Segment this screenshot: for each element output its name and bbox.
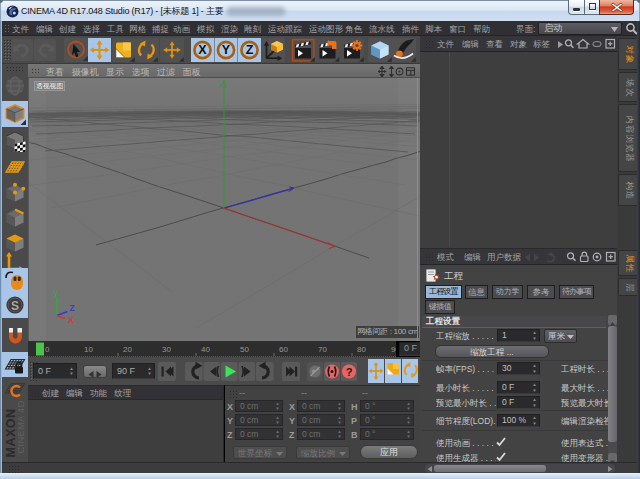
svg-text:20: 20 [123, 345, 132, 354]
svg-text:70: 70 [318, 345, 327, 354]
svg-text:90: 90 [391, 345, 396, 354]
svg-text:40: 40 [201, 345, 210, 354]
svg-text:Z: Z [246, 43, 254, 57]
svg-text:X: X [68, 315, 74, 325]
svg-text:10: 10 [84, 345, 93, 354]
svg-text:Z: Z [70, 303, 75, 313]
svg-text:30: 30 [162, 345, 171, 354]
svg-text:Y: Y [53, 290, 59, 299]
svg-text:80: 80 [357, 345, 366, 354]
svg-text:0: 0 [45, 345, 50, 354]
svg-text:Y: Y [222, 43, 231, 57]
svg-text:50: 50 [240, 345, 249, 354]
svg-text:S: S [11, 299, 19, 313]
svg-text:?: ? [346, 366, 353, 378]
svg-text:60: 60 [279, 345, 288, 354]
svg-text:X: X [198, 43, 207, 57]
